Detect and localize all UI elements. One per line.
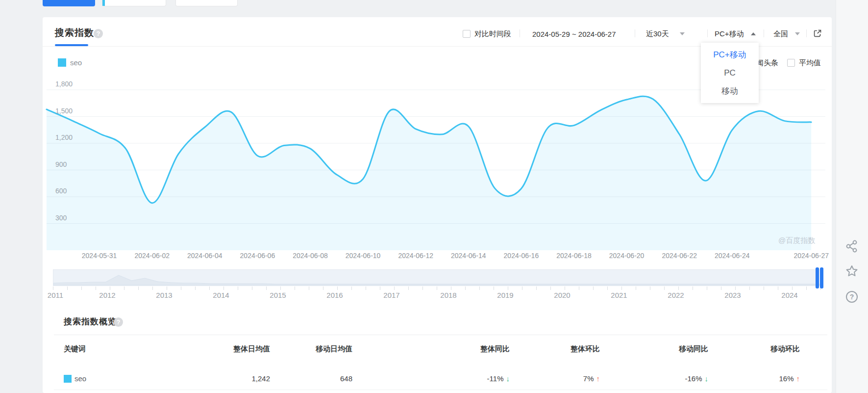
- device-option-PC[interactable]: PC: [701, 64, 759, 82]
- timeline-tick: [110, 287, 110, 290]
- x-axis-tick-label: 2024-06-18: [551, 252, 596, 260]
- timeline-tick: [465, 287, 466, 290]
- control-separator: [520, 29, 520, 37]
- timeline-tick: [522, 287, 522, 290]
- timeline-tick: [394, 287, 395, 290]
- top-keyword-card[interactable]: [102, 0, 166, 6]
- timeline-tick: [550, 287, 551, 290]
- period-dropdown-trigger[interactable]: 近30天: [646, 29, 685, 38]
- top-add-card[interactable]: [175, 0, 238, 6]
- table-header-cell: 移动同比: [613, 344, 708, 354]
- timeline-tick: [295, 287, 295, 290]
- timeline-tick: [451, 287, 451, 290]
- timeline-tick: [366, 287, 366, 290]
- timeline-tick: [280, 287, 281, 290]
- table-value-cell: -11%↓: [417, 374, 510, 383]
- side-toolbar: ?: [836, 0, 868, 393]
- timeline-tick: [621, 287, 622, 290]
- average-checkbox-group: 平均值: [787, 59, 821, 67]
- timeline-tick: [536, 287, 537, 290]
- timeline-tick: [494, 287, 494, 290]
- timeline-tick: [650, 287, 650, 290]
- timeline-tick: [195, 287, 196, 290]
- region-dropdown-trigger[interactable]: 全国: [773, 29, 800, 38]
- compare-period-label: 对比时间段: [474, 29, 511, 39]
- control-separator: [707, 29, 708, 37]
- overview-divider: [54, 335, 827, 335]
- timeline-year-label: 2018: [431, 291, 466, 299]
- timeline-tick: [81, 287, 82, 290]
- timeline-tick: [167, 287, 167, 290]
- timeline-tick: [422, 287, 423, 290]
- trend-down-arrow-icon: ↓: [506, 374, 510, 383]
- control-separator: [635, 29, 635, 37]
- chart-watermark: @百度指数: [778, 236, 815, 245]
- timeline-tick: [337, 287, 338, 290]
- chevron-up-icon: [751, 32, 756, 35]
- date-range-picker[interactable]: 2024-05-29 ~ 2024-06-27: [532, 29, 616, 38]
- timeline-tick: [479, 287, 480, 290]
- timeline-year-label: 2022: [659, 291, 693, 299]
- timeline-year-label: 2019: [488, 291, 522, 299]
- period-value: 近30天: [646, 29, 669, 39]
- table-keyword-cell: seo: [64, 374, 86, 383]
- table-value-cell: -16%↓: [613, 374, 708, 383]
- table-value-cell: 16%↑: [706, 374, 800, 383]
- compare-period-checkbox[interactable]: [463, 30, 471, 38]
- x-axis-tick-label: 2024-06-06: [235, 252, 280, 260]
- chevron-down-icon: [795, 32, 800, 35]
- slider-handle-right[interactable]: [820, 267, 823, 288]
- timeline-tick: [792, 287, 793, 290]
- y-axis-tick-label: 900: [55, 160, 67, 168]
- timeline-year-label: 2021: [602, 291, 636, 299]
- y-axis-tick-label: 300: [55, 214, 67, 222]
- timeline-tick: [351, 287, 352, 290]
- timeline-tick: [437, 287, 437, 290]
- device-dropdown-trigger[interactable]: PC+移动: [715, 29, 756, 38]
- timeline-tick: [664, 287, 665, 290]
- overview-table-row: seo1,242648-11%↓7%↑-16%↓16%↑: [0, 374, 868, 386]
- device-option-移动[interactable]: 移动: [701, 82, 759, 100]
- timeline-tick: [238, 287, 238, 290]
- timeline-tick: [778, 287, 778, 290]
- timeline-range-slider[interactable]: [53, 269, 823, 286]
- timeline-tick: [209, 287, 210, 290]
- timeline-year-label: 2016: [318, 291, 352, 299]
- title-help-icon[interactable]: ?: [94, 29, 103, 38]
- average-checkbox[interactable]: [787, 59, 795, 67]
- device-option-PC+移动[interactable]: PC+移动: [701, 46, 759, 64]
- overview-table-header: 关键词整体日均值移动日均值整体同比整体环比移动同比移动环比: [0, 344, 868, 356]
- timeline-tick: [96, 287, 96, 290]
- timeline-tick: [508, 287, 508, 290]
- overview-help-icon[interactable]: ?: [114, 317, 123, 327]
- trend-up-arrow-icon: ↑: [796, 374, 800, 383]
- timeline-tick: [721, 287, 721, 290]
- timeline-tick: [138, 287, 139, 290]
- timeline-tick: [309, 287, 309, 290]
- x-axis-tick-label: 2024-06-08: [288, 252, 333, 260]
- control-separator: [764, 29, 764, 37]
- keyword-color-accent: [102, 0, 105, 6]
- external-link-icon[interactable]: [813, 28, 822, 38]
- slider-handle-left[interactable]: [816, 267, 819, 288]
- compare-period-control: 对比时间段: [463, 29, 511, 38]
- timeline-tick: [579, 287, 579, 290]
- timeline-tick: [266, 287, 267, 290]
- help-question-icon[interactable]: ?: [844, 289, 859, 304]
- legend-label-seo[interactable]: seo: [70, 58, 82, 67]
- x-axis-tick-label: 2024-06-04: [182, 252, 227, 260]
- section-title: 搜索指数: [55, 26, 94, 39]
- svg-text:?: ?: [850, 293, 854, 301]
- favorite-star-icon[interactable]: [844, 264, 859, 279]
- timeline-tick: [181, 287, 181, 290]
- table-value-cell: 1,242: [176, 374, 270, 383]
- top-primary-button[interactable]: [43, 0, 95, 6]
- share-icon[interactable]: [844, 239, 859, 254]
- timeline-year-label: 2013: [147, 291, 181, 299]
- legend-swatch-seo[interactable]: [58, 58, 66, 67]
- table-header-cell: 移动环比: [706, 344, 800, 354]
- average-label: 平均值: [799, 58, 821, 68]
- timeline-tick: [53, 287, 53, 290]
- timeline-tick: [735, 287, 736, 290]
- x-axis-tick-label: 2024-05-31: [77, 252, 122, 260]
